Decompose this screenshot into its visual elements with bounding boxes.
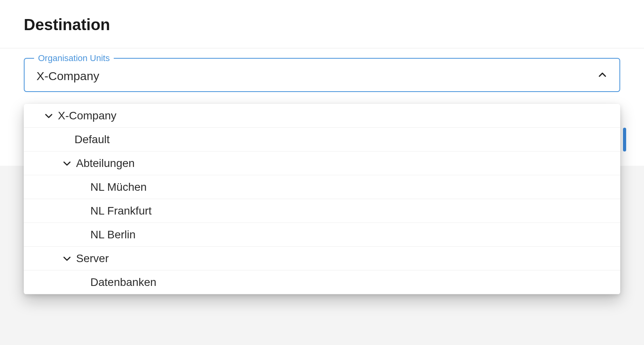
- org-units-select-value: X-Company: [36, 69, 597, 83]
- tree-item-abteilungen[interactable]: Abteilungen: [24, 151, 620, 175]
- page-title: Destination: [0, 0, 644, 48]
- tree-item-datenbanken[interactable]: Datenbanken: [24, 270, 620, 294]
- tree-item-label: X-Company: [58, 109, 612, 122]
- chevron-down-icon: [61, 253, 73, 264]
- tree-item-label: Server: [76, 252, 612, 265]
- tree-item-label: NL Frankfurt: [90, 205, 612, 217]
- section-divider: [0, 48, 644, 48]
- tree-item-label: Datenbanken: [90, 276, 612, 289]
- org-units-select[interactable]: Organisation Units X-Company: [24, 58, 620, 92]
- chevron-down-icon: [43, 110, 55, 122]
- tree-item-nl-muechen[interactable]: NL Müchen: [24, 175, 620, 199]
- chevron-up-icon: [597, 70, 608, 80]
- chevron-down-icon: [61, 157, 73, 169]
- tree-item-nl-berlin[interactable]: NL Berlin: [24, 223, 620, 247]
- org-units-dropdown-panel: X-Company Default Abteilungen NL Müchen …: [24, 104, 620, 294]
- tree-item-label: Default: [75, 133, 612, 146]
- org-units-select-label: Organisation Units: [34, 53, 114, 63]
- tree-item-label: NL Müchen: [90, 181, 612, 194]
- accent-bar: [623, 128, 626, 151]
- tree-item-label: Abteilungen: [76, 157, 612, 170]
- tree-item-server[interactable]: Server: [24, 247, 620, 270]
- tree-item-default[interactable]: Default: [24, 128, 620, 151]
- tree-item-x-company[interactable]: X-Company: [24, 104, 620, 128]
- tree-item-label: NL Berlin: [90, 228, 612, 241]
- tree-item-nl-frankfurt[interactable]: NL Frankfurt: [24, 199, 620, 223]
